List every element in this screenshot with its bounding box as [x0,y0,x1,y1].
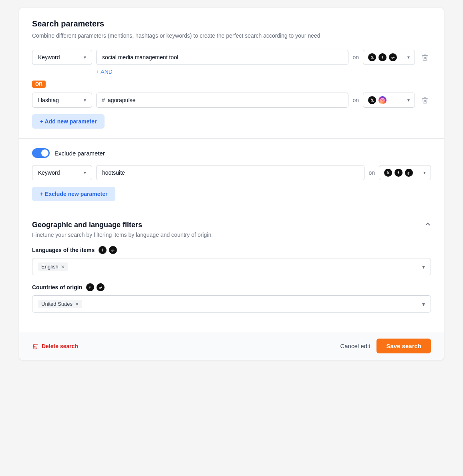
countries-label: Countries of origin g+ [32,283,431,291]
countries-tags: United States ✕ [38,300,82,308]
param-type-hashtag[interactable]: Hashtag ▾ [32,93,92,108]
keyword-input-1[interactable] [96,50,348,65]
exclude-param-type[interactable]: Keyword ▾ [32,165,92,180]
add-param-label: + Add new parameter [40,118,97,125]
hashtag-prefix: # [102,97,105,103]
exclude-param-type-label: Keyword [38,169,60,176]
geo-header: Geographic and language filters [32,221,431,229]
delete-row-1-button[interactable] [419,51,431,63]
exclude-platform-select[interactable]: 𝕏 g+ ▾ [379,165,431,180]
cancel-button[interactable]: Cancel edit [340,343,370,349]
svg-text:g+: g+ [112,249,115,252]
languages-chevron-icon: ▾ [422,264,425,270]
english-tag: English ✕ [38,262,68,271]
delete-row-2-button[interactable] [419,94,431,106]
languages-label: Languages of the items g+ [32,246,431,254]
languages-select[interactable]: English ✕ ▾ [32,258,431,275]
param-type-keyword-1[interactable]: Keyword ▾ [32,50,92,65]
section-desc: Combine different parameters (mentions, … [32,32,431,40]
hashtag-input[interactable] [96,93,348,108]
twitter-icon-1: 𝕏 [368,53,376,61]
chevron-down-icon-platform-1: ▾ [407,54,410,60]
google-icon-exclude: g+ [405,169,413,177]
geo-section: Geographic and language filters Finetune… [19,211,444,332]
exclude-new-button[interactable]: + Exclude new parameter [32,187,115,201]
english-tag-label: English [41,264,58,270]
footer-right: Cancel edit Save search [340,339,431,353]
section-title: Search parameters [32,19,431,28]
on-label-2: on [352,97,359,103]
exclude-new-label: + Exclude new parameter [40,191,107,197]
exclude-toggle[interactable] [32,148,50,158]
svg-text:g+: g+ [407,171,411,175]
search-params-section: Search parameters Combine different para… [19,8,444,139]
chevron-down-icon-1: ▾ [84,54,86,60]
english-tag-remove[interactable]: ✕ [61,264,65,270]
svg-text:g+: g+ [391,56,395,59]
main-container: Search parameters Combine different para… [19,8,444,360]
add-param-button[interactable]: + Add new parameter [32,114,105,129]
param-row-1: Keyword ▾ on 𝕏 g+ ▾ [32,50,431,65]
us-tag-label: United States [41,301,72,307]
and-link[interactable]: + AND [96,69,113,75]
google-icon-1: g+ [389,53,397,61]
chevron-down-icon-platform-2: ▾ [407,97,410,103]
and-link-container: + AND [96,68,431,75]
platform-select-2[interactable]: 𝕏 ▾ [363,93,415,108]
us-tag-remove[interactable]: ✕ [75,301,79,307]
languages-tags: English ✕ [38,262,68,271]
delete-search-label: Delete search [42,343,78,349]
exclude-keyword-input[interactable] [96,165,364,180]
geo-desc: Finetune your search by filtering items … [32,232,431,238]
on-label-1: on [352,54,359,61]
chevron-down-icon-exclude: ▾ [84,170,86,175]
param-input-wrapper-1 [96,50,348,65]
countries-chevron-icon: ▾ [422,301,425,307]
chevron-down-icon-2: ▾ [84,97,86,103]
countries-select[interactable]: United States ✕ ▾ [32,295,431,313]
google-country-icon: g+ [97,283,105,291]
collapse-button[interactable] [425,221,431,229]
facebook-lang-icon [99,246,107,254]
svg-text:g+: g+ [99,286,102,289]
platform-select-1[interactable]: 𝕏 g+ ▾ [363,50,415,65]
param-input-wrapper-2: # [96,93,348,108]
twitter-icon-exclude: 𝕏 [384,169,392,177]
facebook-icon-exclude [395,169,403,177]
facebook-country-icon [86,283,94,291]
svg-point-5 [383,99,384,99]
facebook-icon-1 [378,53,387,61]
footer-bar: Delete search Cancel edit Save search [19,332,444,360]
svg-point-4 [382,99,383,101]
exclude-toggle-label: Exclude parameter [54,150,105,157]
param-type-label-1: Keyword [38,54,60,61]
instagram-icon [378,96,387,104]
exclude-input-wrapper [96,165,364,180]
exclude-section: Exclude parameter Keyword ▾ on 𝕏 g+ ▾ [19,139,444,211]
exclude-toggle-row: Exclude parameter [32,148,431,158]
param-type-label-2: Hashtag [38,97,59,103]
twitter-icon-2: 𝕏 [368,96,376,104]
save-button[interactable]: Save search [376,339,431,353]
chevron-down-icon-exclude-platform: ▾ [423,170,426,175]
google-lang-icon: g+ [109,246,117,254]
param-row-2: Hashtag ▾ # on 𝕏 ▾ [32,93,431,108]
us-tag: United States ✕ [38,300,82,308]
on-label-exclude: on [368,169,375,176]
or-badge: OR [32,81,46,88]
geo-title: Geographic and language filters [32,221,142,229]
exclude-param-row: Keyword ▾ on 𝕏 g+ ▾ [32,165,431,180]
delete-search-button[interactable]: Delete search [32,343,78,349]
